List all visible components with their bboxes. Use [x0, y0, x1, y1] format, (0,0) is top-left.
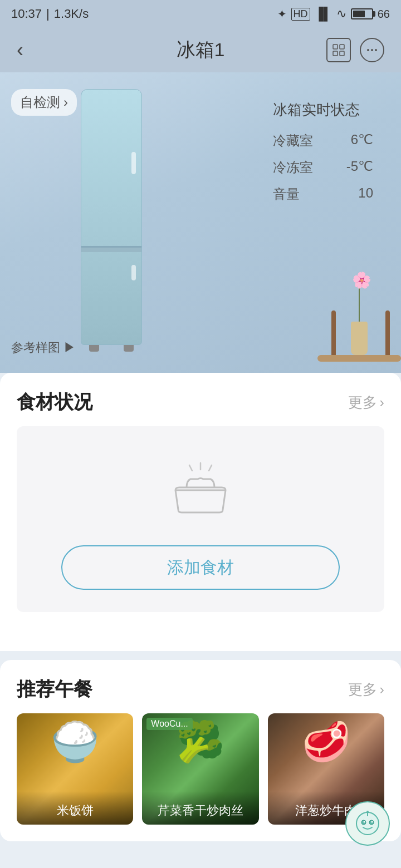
svg-rect-1 — [340, 45, 344, 49]
nav-right-group — [326, 38, 384, 62]
status-label-2: 音量 — [273, 185, 300, 203]
ai-robot-button[interactable] — [345, 801, 390, 846]
food-more-link[interactable]: 更多 › — [348, 393, 384, 412]
hd-badge: HD — [291, 8, 310, 21]
self-detect-arrow: › — [63, 95, 68, 110]
recipe-card-1-label: 芹菜香干炒肉丝 — [142, 791, 258, 825]
recommend-more-link[interactable]: 更多 › — [348, 680, 384, 699]
svg-point-12 — [366, 811, 369, 813]
top-nav: ‹ 冰箱1 — [0, 28, 401, 72]
fridge-lower-section — [81, 248, 141, 344]
network-speed: | — [46, 7, 50, 21]
fridge-handle-upper — [131, 152, 136, 174]
food-more-label: 更多 — [348, 393, 377, 412]
status-row-2: 音量 10 — [273, 185, 373, 203]
add-food-button[interactable]: 添加食材 — [61, 545, 340, 590]
status-row-0: 冷藏室 6℃ — [273, 132, 373, 150]
recipe-card-1-watermark: WooCu... — [146, 718, 192, 730]
more-icon — [366, 44, 378, 56]
recommend-section-header: 推荐午餐 更多 › — [17, 677, 384, 702]
table-surface — [317, 355, 401, 362]
status-value-2: 10 — [358, 185, 373, 203]
hero-section: 自检测 › 参考样图 ▶ 冰箱实时状态 冷藏室 6℃ 冷冻室 - — [0, 72, 401, 373]
fridge-illustration — [81, 89, 142, 345]
svg-rect-0 — [333, 45, 338, 49]
fridge-foot-right — [124, 345, 134, 352]
food-empty-state: 添加食材 — [17, 426, 384, 612]
add-food-label: 添加食材 — [167, 556, 234, 579]
svg-rect-2 — [333, 51, 338, 56]
fridge-feet — [89, 345, 134, 352]
self-detect-label: 自检测 — [20, 93, 60, 111]
svg-line-9 — [209, 465, 212, 471]
battery-icon — [351, 8, 373, 19]
svg-point-15 — [364, 821, 365, 823]
table-leg-left — [331, 310, 336, 355]
status-info-panel: 冰箱实时状态 冷藏室 6℃ 冷冻室 -5℃ 音量 10 — [273, 100, 373, 212]
ai-robot-icon — [354, 810, 382, 837]
wifi-icon: ∿ — [336, 7, 346, 21]
vase — [351, 322, 368, 355]
status-value-1: -5℃ — [346, 159, 373, 176]
status-left: 10:37 | 1.3K/s — [11, 7, 89, 21]
flower-head: 🌸 — [352, 271, 371, 289]
recipe-cards: 🍚 米饭饼 🥦 WooCu... 芹菜香干炒肉丝 🥩 洋葱炒牛肉 — [17, 713, 384, 825]
network-speed-value: 1.3K/s — [54, 7, 89, 21]
recommend-more-arrow: › — [379, 681, 384, 698]
ref-link[interactable]: 参考样图 ▶ — [11, 339, 76, 356]
fridge-handle-lower — [131, 265, 136, 280]
page-title: 冰箱1 — [177, 37, 225, 63]
status-label-1: 冷冻室 — [273, 159, 313, 176]
svg-rect-3 — [340, 51, 344, 56]
recipe-card-0-label: 米饭饼 — [17, 791, 133, 825]
food-section: 食材状况 更多 › 添加食材 — [0, 373, 401, 651]
table-leg-right — [385, 310, 390, 355]
back-button[interactable]: ‹ — [17, 38, 23, 62]
status-panel-title: 冰箱实时状态 — [273, 100, 373, 120]
svg-line-7 — [189, 465, 192, 471]
signal-icon: ▐▌ — [315, 7, 332, 21]
status-bar: 10:37 | 1.3K/s ✦ HD ▐▌ ∿ 66 — [0, 0, 401, 28]
fridge-upper-section — [81, 90, 141, 248]
status-right: ✦ HD ▐▌ ∿ 66 — [277, 7, 390, 21]
plant-decoration: 🌸 — [329, 250, 395, 362]
grid-icon — [332, 44, 345, 56]
food-section-title: 食材状况 — [17, 389, 92, 415]
recipe-card-0-image: 🍚 — [51, 719, 99, 765]
status-row-1: 冷冻室 -5℃ — [273, 159, 373, 176]
bluetooth-icon: ✦ — [277, 7, 287, 21]
grid-icon-button[interactable] — [326, 38, 351, 62]
self-detect-button[interactable]: 自检测 › — [11, 89, 77, 116]
status-label-0: 冷藏室 — [273, 132, 313, 150]
recipe-card-2-image: 🥩 — [302, 719, 350, 765]
empty-inbox-icon — [167, 460, 234, 523]
status-value-0: 6℃ — [351, 132, 373, 150]
fridge-foot-left — [89, 345, 99, 352]
food-section-header: 食材状况 更多 › — [17, 389, 384, 415]
food-more-arrow: › — [379, 394, 384, 411]
recommend-more-label: 更多 — [348, 680, 377, 699]
ref-link-label: 参考样图 ▶ — [11, 339, 76, 356]
svg-point-16 — [371, 821, 373, 823]
battery-percent: 66 — [378, 8, 390, 21]
battery-fill — [353, 11, 365, 17]
recipe-card-0[interactable]: 🍚 米饭饼 — [17, 713, 133, 825]
svg-point-4 — [367, 49, 369, 51]
svg-point-6 — [375, 49, 377, 51]
more-menu-button[interactable] — [360, 38, 384, 62]
flower-stem — [359, 288, 360, 322]
time-label: 10:37 — [11, 7, 42, 21]
recommend-title: 推荐午餐 — [17, 677, 92, 702]
fridge-body — [81, 89, 142, 345]
recipe-card-1[interactable]: 🥦 WooCu... 芹菜香干炒肉丝 — [142, 713, 258, 825]
recommend-section: 推荐午餐 更多 › 🍚 米饭饼 🥦 WooCu... 芹菜香干炒肉丝 🥩 洋葱炒… — [0, 660, 401, 841]
svg-point-5 — [371, 49, 373, 51]
